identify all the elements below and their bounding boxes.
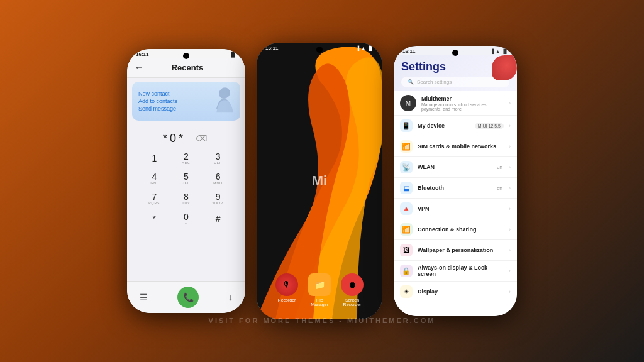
backspace-icon[interactable]: ⌫ xyxy=(196,134,209,143)
time-3: 16:11 xyxy=(402,48,415,54)
chevron-icon-wlan xyxy=(509,164,511,170)
search-placeholder: Search settings xyxy=(417,79,452,85)
display-text: Display xyxy=(418,288,504,295)
wlan-title: WLAN xyxy=(418,164,492,170)
wifi-icon-2: ▲ xyxy=(361,46,365,50)
dial-key-5[interactable]: 5JKL xyxy=(171,169,202,188)
menu-icon[interactable]: ☰ xyxy=(140,292,148,302)
contact-actions: New contact Add to contacts Send message xyxy=(138,90,177,112)
display-title: Display xyxy=(418,288,504,295)
settings-item-profile[interactable]: M Miuithemer Manage accounts, cloud serv… xyxy=(394,91,517,116)
wlan-icon: 📡 xyxy=(400,161,413,173)
settings-item-wallpaper[interactable]: 🖼 Wallpaper & personalization xyxy=(394,240,517,261)
aod-icon: 🔒 xyxy=(400,265,413,277)
dial-key-star[interactable]: * xyxy=(139,209,170,228)
down-arrow-icon[interactable]: ↓ xyxy=(228,292,233,302)
settings-list: M Miuithemer Manage accounts, cloud serv… xyxy=(394,91,517,316)
red-blob-decoration xyxy=(492,55,517,80)
settings-item-display[interactable]: ☀ Display xyxy=(394,282,517,302)
launcher-screen: 16:11 ▐ ▲ ▐▌ xyxy=(257,43,382,319)
chevron-icon-device xyxy=(509,123,511,129)
phone-launcher-screen: 16:11 ▐ ▲ ▐▌ xyxy=(257,43,382,319)
settings-item-device[interactable]: 📱 My device MIUI 12.5.5 xyxy=(394,116,517,136)
settings-screen: 16:11 ▐ ▲ ▐▌ Settings 🔍 Search settings xyxy=(394,46,517,316)
add-contact-action[interactable]: Add to contacts xyxy=(138,98,177,104)
profile-text: Miuithemer Manage accounts, cloud servic… xyxy=(421,96,504,111)
vpn-text: VPN xyxy=(418,206,504,212)
profile-avatar: M xyxy=(400,95,416,111)
wallpaper-title: Wallpaper & personalization xyxy=(418,247,504,253)
dial-key-hash[interactable]: # xyxy=(203,209,233,228)
camera-hole-3 xyxy=(452,50,458,56)
settings-header: Settings 🔍 Search settings xyxy=(394,55,517,91)
dial-key-7[interactable]: 7PQRS xyxy=(139,189,170,208)
aod-title: Always-on display & Lock screen xyxy=(418,265,504,277)
vpn-title: VPN xyxy=(418,206,504,212)
wallpaper-icon: 🖼 xyxy=(400,244,413,256)
settings-item-sim[interactable]: 📶 SIM cards & mobile networks xyxy=(394,136,517,157)
recorder-app[interactable]: 🎙 Recorder xyxy=(275,273,298,307)
signal-icon-2: ▐ xyxy=(356,46,359,50)
dial-key-4[interactable]: 4GHI xyxy=(139,169,170,188)
screen-rec-label: ScreenRecorder xyxy=(343,298,362,307)
dialpad-area: *0* ⌫ 1 2ABC 3DEF 4GHI 5JKL 6MNO 7PQRS 8… xyxy=(127,124,245,281)
wlan-status: off xyxy=(497,165,502,170)
call-button[interactable]: 📞 xyxy=(177,287,199,308)
new-contact-action[interactable]: New contact xyxy=(138,90,177,97)
signal-icon-3: ▐ xyxy=(491,49,494,53)
battery-icon-3: ▐▌ xyxy=(502,49,508,53)
back-button[interactable]: ← xyxy=(135,62,143,72)
dial-key-8[interactable]: 8TUV xyxy=(171,189,202,208)
time-1: 16:11 xyxy=(136,52,148,57)
dial-key-9[interactable]: 9WXYZ xyxy=(203,189,233,208)
aod-text: Always-on display & Lock screen xyxy=(418,265,504,277)
dial-key-0[interactable]: 0+ xyxy=(171,209,202,228)
wallpaper-text: Wallpaper & personalization xyxy=(418,247,504,253)
chevron-icon-conn xyxy=(509,226,511,233)
battery-icon-1: ▐▌ xyxy=(230,52,236,57)
status-icons-3: ▐ ▲ ▐▌ xyxy=(491,49,508,53)
phone-settings-screen: 16:11 ▐ ▲ ▐▌ Settings 🔍 Search settings xyxy=(394,46,517,316)
device-badge: MIUI 12.5.5 xyxy=(475,123,504,129)
connection-icon: 📶 xyxy=(400,223,413,236)
screen-rec-icon: ⏺ xyxy=(341,273,364,296)
status-icons-1: ▐▌ xyxy=(230,52,236,57)
settings-item-wlan[interactable]: 📡 WLAN off xyxy=(394,157,517,178)
svg-point-0 xyxy=(219,87,230,98)
dial-key-6[interactable]: 6MNO xyxy=(203,169,233,188)
chevron-icon-wp xyxy=(509,247,511,253)
dial-key-2[interactable]: 2ABC xyxy=(171,149,202,168)
files-icon: 📁 xyxy=(308,273,331,296)
bluetooth-status: off xyxy=(497,186,502,190)
bluetooth-title: Bluetooth xyxy=(418,185,492,191)
settings-item-vpn[interactable]: 🔺 VPN xyxy=(394,199,517,219)
phone-dialer-screen: 16:11 ▐▌ ← Recents New contact Add to co… xyxy=(127,49,245,313)
connection-text: Connection & sharing xyxy=(418,226,504,233)
phone-dialer: 16:11 ▐▌ ← Recents New contact Add to co… xyxy=(127,49,245,313)
recorder-label: Recorder xyxy=(278,298,296,302)
dialpad-grid: 1 2ABC 3DEF 4GHI 5JKL 6MNO 7PQRS 8TUV 9W… xyxy=(139,149,233,228)
screen-recorder-app[interactable]: ⏺ ScreenRecorder xyxy=(341,273,364,307)
wifi-icon-3: ▲ xyxy=(496,49,500,53)
dial-number: *0* xyxy=(163,132,186,145)
settings-item-connection[interactable]: 📶 Connection & sharing xyxy=(394,219,517,240)
profile-name: Miuithemer xyxy=(421,96,504,102)
camera-hole xyxy=(183,53,189,59)
dial-key-1[interactable]: 1 xyxy=(139,149,170,168)
phone-launcher: 16:11 ▐ ▲ ▐▌ xyxy=(257,43,382,319)
files-app[interactable]: 📁 FileManager xyxy=(308,273,331,307)
send-message-action[interactable]: Send message xyxy=(138,106,177,112)
vpn-icon: 🔺 xyxy=(400,202,413,215)
chevron-icon-aod xyxy=(509,268,511,274)
settings-search-bar[interactable]: 🔍 Search settings xyxy=(401,77,509,87)
device-text: My device xyxy=(418,123,470,129)
phones-container: 16:11 ▐▌ ← Recents New contact Add to co… xyxy=(127,43,517,319)
settings-item-aod[interactable]: 🔒 Always-on display & Lock screen xyxy=(394,261,517,282)
watermark-text: VISIT FOR MORE THEMES - MIUITHEMER.COM xyxy=(209,317,436,324)
chevron-icon-bt xyxy=(509,185,511,191)
dial-key-3[interactable]: 3DEF xyxy=(203,149,233,168)
display-icon: ☀ xyxy=(400,285,413,298)
phone-settings: 16:11 ▐ ▲ ▐▌ Settings 🔍 Search settings xyxy=(394,46,517,316)
settings-item-bluetooth[interactable]: ⬓ Bluetooth off xyxy=(394,178,517,199)
sim-icon: 📶 xyxy=(400,140,413,153)
